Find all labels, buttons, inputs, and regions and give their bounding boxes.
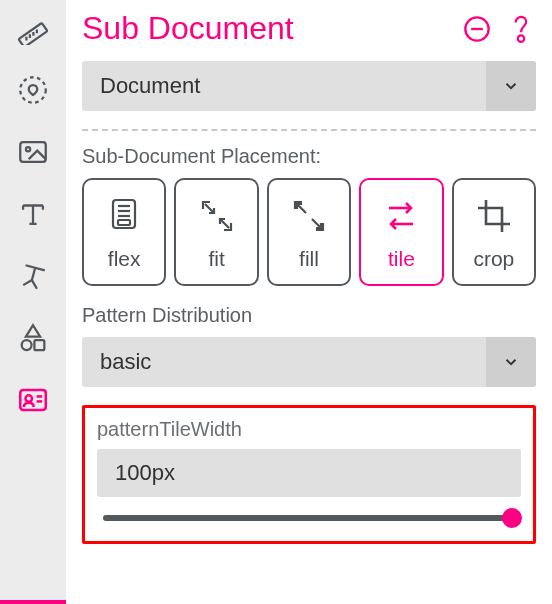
image-icon [16, 135, 50, 169]
distribution-select-value: basic [100, 349, 151, 375]
svg-point-8 [22, 340, 32, 350]
header-actions [462, 14, 536, 44]
placement-flex-label: flex [108, 247, 141, 271]
svg-point-5 [20, 77, 46, 103]
svg-line-25 [312, 219, 321, 228]
placement-flex[interactable]: flex [82, 178, 166, 286]
fill-icon [286, 193, 332, 239]
svg-rect-9 [34, 340, 44, 350]
distribution-select-chevron[interactable] [486, 337, 536, 387]
divider [82, 129, 536, 131]
svg-line-4 [35, 29, 39, 33]
svg-line-1 [25, 37, 29, 41]
tile-icon [378, 193, 424, 239]
tile-width-slider-thumb[interactable] [502, 508, 522, 528]
sidebar-item-text[interactable] [13, 194, 53, 234]
tile-width-label: patternTileWidth [97, 418, 521, 441]
badge-icon [16, 73, 50, 107]
sidebar-item-card[interactable] [13, 380, 53, 420]
svg-point-16 [518, 35, 524, 41]
flex-icon [101, 193, 147, 239]
document-select[interactable]: Document [82, 61, 536, 111]
panel-title: Sub Document [82, 10, 294, 47]
svg-rect-17 [113, 200, 135, 228]
tile-width-block: patternTileWidth [82, 405, 536, 544]
ruler-icon [16, 11, 50, 45]
document-select-value: Document [100, 73, 200, 99]
svg-line-3 [32, 32, 36, 36]
placement-tile[interactable]: tile [359, 178, 443, 286]
chevron-down-icon [502, 353, 520, 371]
tile-width-slider[interactable] [103, 515, 515, 521]
sidebar-item-ruler[interactable] [13, 8, 53, 48]
id-card-icon [16, 383, 50, 417]
placement-fit-label: fit [208, 247, 224, 271]
help-icon [508, 14, 534, 44]
svg-line-24 [297, 204, 306, 213]
placement-label: Sub-Document Placement: [82, 145, 536, 168]
placement-options: flex fit fill tile crop [82, 178, 536, 286]
svg-line-23 [220, 219, 229, 228]
distribution-select[interactable]: basic [82, 337, 536, 387]
panel-header: Sub Document [82, 10, 536, 47]
crop-icon [471, 193, 517, 239]
document-select-chevron[interactable] [486, 61, 536, 111]
placement-crop[interactable]: crop [452, 178, 536, 286]
sidebar-item-pin[interactable] [13, 256, 53, 296]
svg-line-2 [28, 34, 32, 38]
text-icon [16, 197, 50, 231]
svg-rect-6 [20, 142, 46, 162]
svg-point-11 [25, 395, 32, 402]
placement-crop-label: crop [473, 247, 514, 271]
fit-icon [194, 193, 240, 239]
distribution-label: Pattern Distribution [82, 304, 536, 327]
sidebar-item-shapes[interactable] [13, 318, 53, 358]
placement-fit[interactable]: fit [174, 178, 258, 286]
placement-fill-label: fill [299, 247, 319, 271]
sidebar-item-image[interactable] [13, 132, 53, 172]
tile-width-input[interactable] [97, 449, 521, 497]
distribution-block: Pattern Distribution basic [82, 304, 536, 387]
minus-circle-icon [463, 15, 491, 43]
placement-fill[interactable]: fill [267, 178, 351, 286]
sidebar [0, 0, 66, 604]
svg-rect-21 [118, 220, 130, 225]
sidebar-active-indicator [0, 600, 66, 604]
collapse-button[interactable] [462, 14, 492, 44]
pin-icon [16, 259, 50, 293]
placement-tile-label: tile [388, 247, 415, 271]
svg-point-7 [26, 147, 30, 151]
chevron-down-icon [502, 77, 520, 95]
sidebar-item-badge[interactable] [13, 70, 53, 110]
svg-line-22 [205, 204, 214, 213]
shapes-icon [16, 321, 50, 355]
help-button[interactable] [506, 14, 536, 44]
main-panel: Sub Document Document Sub-Document Place… [66, 0, 552, 604]
